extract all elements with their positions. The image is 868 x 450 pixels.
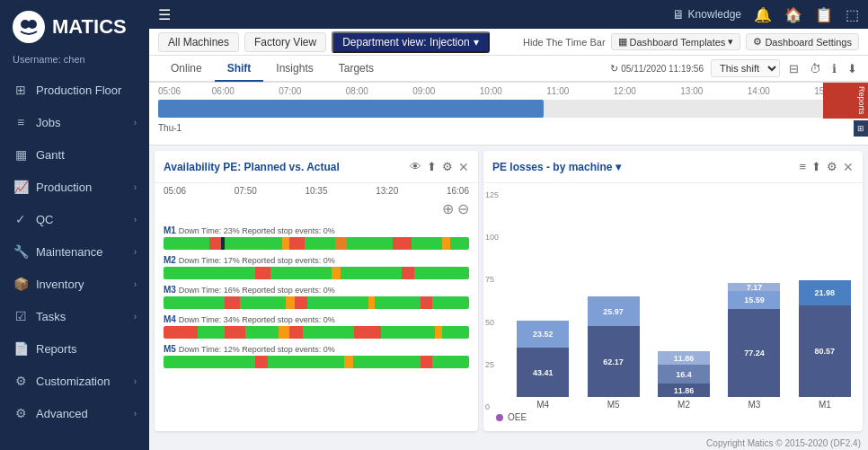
- zoom-controls: ⊕ ⊖: [164, 200, 469, 217]
- machine-m3-bar: [164, 296, 469, 309]
- signout-icon[interactable]: ⬚: [846, 6, 859, 23]
- knowledge-icon: 🖥: [672, 7, 685, 22]
- sidebar-nav: ⊞ Production Floor ≡ Jobs › ▦ Gantt 📈 Pr…: [0, 74, 149, 450]
- all-machines-btn[interactable]: All Machines: [158, 32, 239, 52]
- zoom-in-btn[interactable]: ⊕: [442, 200, 454, 217]
- hamburger-menu[interactable]: ☰: [158, 6, 171, 23]
- reports-panel-btn[interactable]: Reports: [823, 83, 868, 119]
- avail-body: M1 Down Time: 23% Reported stop events: …: [155, 219, 478, 431]
- bar-stack-m2: 11.86 16.4 11.86: [658, 351, 710, 397]
- tick-3: 08:00: [323, 86, 391, 96]
- eye-icon[interactable]: 👁: [410, 160, 421, 173]
- close-icon[interactable]: ✕: [458, 160, 469, 174]
- info-icon[interactable]: ℹ: [830, 60, 838, 77]
- timeline-bar[interactable]: [158, 100, 859, 118]
- sidebar-item-reports[interactable]: 📄 Reports: [0, 332, 149, 365]
- machine-m4-label[interactable]: M4 Down Time: 34% Reported stop events: …: [164, 314, 469, 324]
- legend-oee-dot: [496, 414, 503, 421]
- seg: [432, 296, 469, 309]
- seg: [344, 356, 353, 368]
- app-name: MATICS: [52, 15, 127, 39]
- chevron-icon: ›: [134, 376, 137, 386]
- advanced-icon: ⚙: [13, 405, 29, 421]
- clipboard-icon[interactable]: 📋: [815, 6, 833, 23]
- sidebar-item-production[interactable]: 📈 Production ›: [0, 171, 149, 203]
- machine-m5-label[interactable]: M5 Down Time: 12% Reported stop events: …: [164, 344, 469, 354]
- pe-share-icon[interactable]: ⬆: [811, 160, 821, 173]
- chevron-icon: ›: [134, 409, 137, 419]
- dashboard-templates-btn[interactable]: ▦ Dashboard Templates ▾: [611, 33, 741, 50]
- home-icon[interactable]: 🏠: [784, 6, 802, 23]
- pe-legend: OEE: [487, 410, 857, 425]
- bar-seg: 77.24: [728, 309, 780, 397]
- tab-online[interactable]: Online: [158, 57, 215, 82]
- machine-m3-label[interactable]: M3 Down Time: 16% Reported stop events: …: [164, 285, 469, 295]
- seg: [225, 237, 282, 250]
- avail-t2: 10:35: [305, 186, 327, 196]
- pe-menu-icon[interactable]: ≡: [799, 160, 806, 173]
- seg: [353, 356, 421, 368]
- machine-m1-label[interactable]: M1 Down Time: 23% Reported stop events: …: [164, 225, 469, 235]
- share-icon[interactable]: ⬆: [427, 160, 437, 173]
- settings2-icon[interactable]: ⚙: [442, 160, 453, 173]
- sidebar-item-customization[interactable]: ⚙ Customization ›: [0, 365, 149, 397]
- bell-icon[interactable]: 🔔: [754, 6, 772, 23]
- pe-card-title: PE losses - by machine ▾: [492, 161, 621, 173]
- sidebar-item-label: Production Floor: [36, 84, 121, 97]
- zoom-out-btn[interactable]: ⊖: [457, 200, 469, 217]
- seg: [368, 296, 375, 309]
- y-50: 50: [485, 318, 499, 327]
- pe-settings-icon[interactable]: ⚙: [827, 160, 837, 173]
- pe-close-icon[interactable]: ✕: [843, 160, 854, 174]
- chevron-icon: ›: [134, 118, 137, 128]
- sidebar-item-production-floor[interactable]: ⊞ Production Floor: [0, 74, 149, 106]
- panel-toggle-btn[interactable]: ⊞: [854, 120, 868, 137]
- seg: [432, 356, 469, 368]
- clock-icon[interactable]: ⏱: [808, 60, 823, 77]
- tick-4: 09:00: [391, 86, 458, 96]
- seg: [270, 267, 332, 279]
- tab-insights[interactable]: Insights: [263, 57, 325, 82]
- tab-targets[interactable]: Targets: [326, 57, 386, 82]
- machine-m2-label[interactable]: M2 Down Time: 17% Reported stop events: …: [164, 255, 469, 265]
- sidebar-item-qc[interactable]: ✓ QC ›: [0, 203, 149, 235]
- download-icon[interactable]: ⬇: [846, 60, 859, 77]
- tick-9: 14:00: [725, 86, 793, 96]
- sidebar-item-advanced[interactable]: ⚙ Advanced ›: [0, 397, 149, 429]
- seg: [255, 267, 270, 279]
- topbar: ☰ 🖥 Knowledge 🔔 🏠 📋 ⬚: [149, 0, 868, 29]
- svg-point-1: [28, 20, 37, 29]
- filter-icon[interactable]: ⊟: [787, 60, 801, 77]
- sidebar-item-maintenance[interactable]: 🔧 Maintenance ›: [0, 235, 149, 268]
- sidebar-item-inventory[interactable]: 📦 Inventory ›: [0, 268, 149, 300]
- seg: [402, 267, 414, 279]
- bar-seg: 21.98: [799, 280, 851, 305]
- tick-0: 05:06: [158, 86, 190, 96]
- bar-group-m2: 11.86 16.4 11.86 M2: [651, 187, 716, 410]
- tab-shift[interactable]: Shift: [215, 57, 264, 82]
- y-100: 100: [485, 233, 499, 242]
- y-0: 0: [485, 402, 499, 411]
- timeline-date: Thu-1: [149, 121, 868, 135]
- sidebar-item-gantt[interactable]: ▦ Gantt: [0, 138, 149, 171]
- avail-card-title: Availability PE: Planned vs. Actual: [164, 161, 340, 173]
- refresh-btn[interactable]: ↻ 05/11/2020 11:19:56: [610, 63, 704, 75]
- sidebar-item-jobs[interactable]: ≡ Jobs ›: [0, 106, 149, 138]
- factory-view-btn[interactable]: Factory View: [244, 32, 326, 52]
- dept-chevron-icon: ▾: [474, 36, 479, 49]
- seg: [381, 326, 435, 339]
- seg: [164, 296, 225, 309]
- dashboard-settings-btn[interactable]: ⚙ Dashboard Settings: [746, 33, 859, 50]
- chevron-icon: ›: [134, 182, 137, 192]
- sidebar-item-tasks[interactable]: ☑ Tasks ›: [0, 300, 149, 332]
- time-range-select[interactable]: This shift: [711, 59, 780, 77]
- machine-m1-bar: [164, 237, 469, 250]
- hide-time-bar-btn[interactable]: Hide The Time Bar: [523, 37, 606, 48]
- seg: [209, 237, 221, 250]
- sidebar-item-label: Customization: [36, 375, 110, 388]
- knowledge-link[interactable]: 🖥 Knowledge: [672, 7, 741, 22]
- pe-card-icons: ≡ ⬆ ⚙ ✕: [799, 160, 854, 174]
- timeline-container: 05:06 06:00 07:00 08:00 09:00 10:00 11:0…: [149, 83, 868, 146]
- dept-view-btn[interactable]: Department view: Injection ▾: [332, 31, 489, 53]
- seg: [421, 296, 433, 309]
